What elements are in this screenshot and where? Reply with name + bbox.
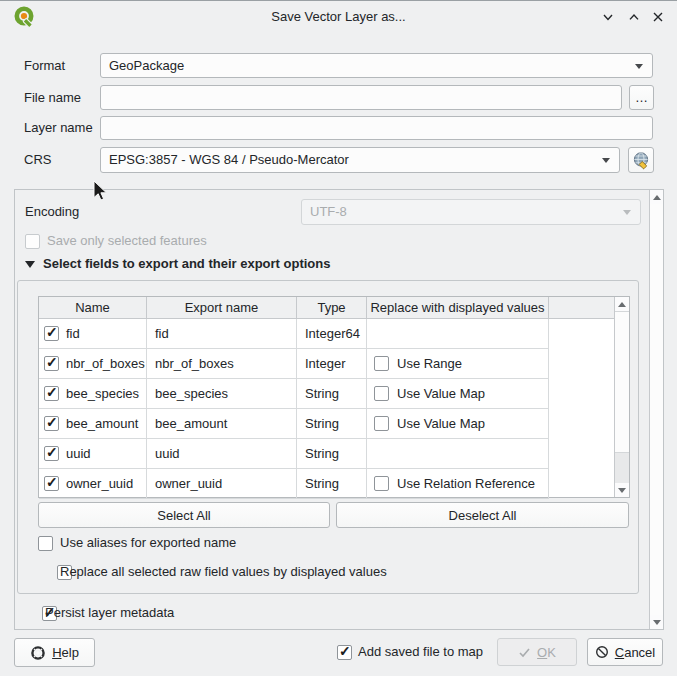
deselect-all-button[interactable]: Deselect All — [336, 502, 629, 528]
scroll-up-arrow[interactable] — [650, 190, 663, 204]
crs-combobox[interactable]: EPSG:3857 - WGS 84 / Pseudo-Mercator — [100, 147, 620, 173]
table-row: bee_amount bee_amount String Use Value M… — [39, 409, 629, 439]
globe-edit-icon — [632, 151, 651, 170]
field-name: bee_species — [66, 386, 139, 401]
format-combobox[interactable]: GeoPackage — [100, 53, 653, 78]
header-name[interactable]: Name — [39, 297, 147, 319]
type-cell: String — [297, 379, 367, 409]
save-only-selected-checkbox — [25, 234, 40, 249]
titlebar[interactable]: Save Vector Layer as... — [0, 1, 677, 33]
replace-raw-values-label: Replace all selected raw field values by… — [60, 564, 387, 579]
replace-option-label: Use Range — [397, 356, 462, 371]
table-row: fid fid Integer64 — [39, 319, 629, 349]
cancel-label: Cancel — [615, 645, 655, 660]
table-header-row: Name Export name Type Replace with displ… — [39, 297, 629, 319]
export-name-cell[interactable]: uuid — [147, 439, 297, 469]
help-lifebuoy-icon — [30, 645, 46, 661]
export-name-cell[interactable]: bee_species — [147, 379, 297, 409]
export-name-cell[interactable]: owner_uuid — [147, 469, 297, 499]
field-checkbox[interactable] — [44, 416, 59, 431]
collapse-triangle-icon[interactable] — [25, 261, 35, 268]
export-name-cell[interactable]: bee_amount — [147, 409, 297, 439]
header-replace[interactable]: Replace with displayed values — [367, 297, 549, 319]
use-value-map-checkbox[interactable] — [374, 386, 389, 401]
export-name-cell[interactable]: nbr_of_boxes — [147, 349, 297, 379]
export-name-cell[interactable]: fid — [147, 319, 297, 349]
ok-button[interactable]: OK — [497, 638, 577, 666]
persist-metadata-label: Persist layer metadata — [45, 605, 174, 620]
field-name: bee_amount — [66, 416, 138, 431]
scroll-down-arrow[interactable] — [615, 483, 629, 497]
field-name: uuid — [66, 446, 91, 461]
replace-cell[interactable]: Use Value Map — [367, 409, 549, 439]
encoding-label: Encoding — [25, 199, 79, 225]
use-relation-reference-checkbox[interactable] — [374, 476, 389, 491]
field-checkbox[interactable] — [44, 386, 59, 401]
use-range-checkbox[interactable] — [374, 356, 389, 371]
file-name-label: File name — [24, 85, 81, 110]
save-vector-layer-dialog: Save Vector Layer as... Format GeoPackag… — [0, 0, 677, 676]
crs-label: CRS — [24, 147, 51, 173]
use-aliases-checkbox[interactable] — [38, 536, 53, 551]
replace-cell[interactable] — [367, 319, 549, 349]
field-checkbox[interactable] — [44, 446, 59, 461]
header-export-name[interactable]: Export name — [147, 297, 297, 319]
help-label: Help — [52, 645, 79, 660]
minimize-button[interactable] — [599, 9, 617, 25]
options-scroll-area: Encoding UTF-8 Save only selected featur… — [14, 189, 664, 630]
format-label: Format — [24, 53, 65, 78]
layer-name-input[interactable] — [100, 116, 653, 140]
chevron-down-icon — [601, 10, 615, 24]
browse-file-button[interactable]: … — [629, 85, 654, 110]
scrollbar-handle[interactable] — [615, 311, 629, 453]
field-checkbox[interactable] — [44, 356, 59, 371]
select-all-button[interactable]: Select All — [38, 502, 330, 528]
type-cell: String — [297, 439, 367, 469]
replace-cell[interactable] — [367, 439, 549, 469]
format-value: GeoPackage — [109, 54, 628, 77]
replace-option-label: Use Value Map — [397, 416, 485, 431]
scroll-up-arrow[interactable] — [615, 297, 629, 311]
table-row: nbr_of_boxes nbr_of_boxes Integer Use Ra… — [39, 349, 629, 379]
table-row: owner_uuid owner_uuid String Use Relatio… — [39, 469, 629, 499]
chevron-up-icon — [627, 10, 641, 24]
type-cell: Integer — [297, 349, 367, 379]
field-checkbox[interactable] — [44, 476, 59, 491]
add-saved-file-label: Add saved file to map — [358, 644, 483, 659]
options-scrollbar[interactable] — [649, 190, 663, 629]
field-name: nbr_of_boxes — [66, 356, 145, 371]
field-name: owner_uuid — [66, 476, 133, 491]
ok-label: OK — [537, 645, 556, 660]
replace-option-label: Use Value Map — [397, 386, 485, 401]
help-button[interactable]: Help — [14, 638, 95, 667]
fields-groupbox: Name Export name Type Replace with displ… — [17, 280, 639, 594]
type-cell: String — [297, 409, 367, 439]
scroll-down-arrow[interactable] — [650, 615, 663, 629]
field-checkbox[interactable] — [44, 326, 59, 341]
use-aliases-label: Use aliases for exported name — [60, 535, 236, 550]
crs-value: EPSG:3857 - WGS 84 / Pseudo-Mercator — [109, 148, 595, 172]
close-button[interactable] — [649, 9, 667, 25]
add-saved-file-checkbox[interactable] — [337, 645, 352, 660]
crs-picker-button[interactable] — [628, 147, 654, 173]
fields-table: Name Export name Type Replace with displ… — [38, 296, 630, 498]
replace-cell[interactable]: Use Range — [367, 349, 549, 379]
fields-section-title[interactable]: Select fields to export and their export… — [43, 256, 331, 272]
header-filler — [549, 297, 614, 319]
use-value-map-checkbox[interactable] — [374, 416, 389, 431]
scrollbar-handle[interactable] — [650, 204, 663, 615]
replace-cell[interactable]: Use Value Map — [367, 379, 549, 409]
table-row: uuid uuid String — [39, 439, 629, 469]
maximize-button[interactable] — [625, 9, 643, 25]
save-only-selected-label: Save only selected features — [47, 233, 207, 248]
header-type[interactable]: Type — [297, 297, 367, 319]
field-name: fid — [66, 326, 80, 341]
table-row: bee_species bee_species String Use Value… — [39, 379, 629, 409]
type-cell: String — [297, 469, 367, 499]
close-icon — [651, 10, 665, 24]
cancel-button[interactable]: Cancel — [587, 638, 663, 666]
encoding-value: UTF-8 — [310, 200, 616, 224]
replace-cell[interactable]: Use Relation Reference — [367, 469, 549, 499]
file-name-input[interactable] — [100, 85, 622, 110]
table-scrollbar[interactable] — [614, 297, 629, 497]
